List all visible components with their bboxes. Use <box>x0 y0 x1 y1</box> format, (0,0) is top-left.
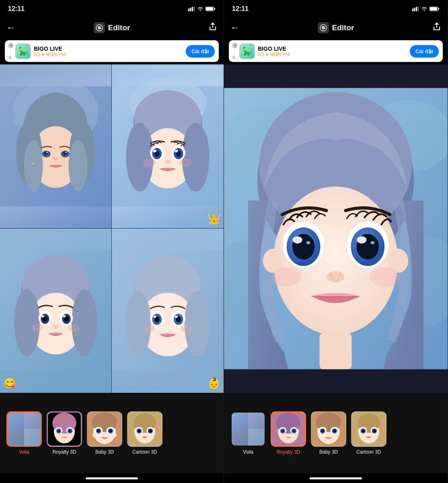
main-image-area-right <box>224 64 448 393</box>
left-panel: 12:11 ← <box>0 0 224 483</box>
status-icons-right <box>412 6 440 11</box>
svg-point-59 <box>32 324 44 332</box>
filter-label-royalty-left: Royalty 3D <box>53 449 76 455</box>
wifi-icon-left <box>197 6 203 11</box>
share-button-right[interactable] <box>432 22 441 33</box>
filter-label-cartoon-right: Cartoon 3D <box>356 449 381 455</box>
header-right: ← Editor <box>224 18 448 38</box>
ad-install-button-right[interactable]: Cài đặt <box>410 45 439 58</box>
ad-banner-right[interactable]: ℹ ✕ 🦕 BIGO LIVE 4.0 ★ MIỄN PHÍ Cài đặt <box>229 40 443 62</box>
face-original-svg <box>0 64 111 228</box>
filter-cartoon-left[interactable]: Cartoon 3D <box>127 411 162 455</box>
face-cartoon-top-svg <box>112 64 224 228</box>
svg-point-138 <box>271 267 302 287</box>
svg-rect-106 <box>412 8 413 11</box>
svg-rect-140 <box>320 333 352 369</box>
svg-rect-7 <box>214 8 215 10</box>
back-button-left[interactable]: ← <box>6 23 15 33</box>
filter-baby-left[interactable]: Baby 3D <box>87 411 122 455</box>
ad-title-left: BIGO LIVE <box>34 45 183 52</box>
svg-rect-107 <box>414 8 415 11</box>
svg-point-57 <box>63 315 66 317</box>
filter-thumb-baby-left[interactable] <box>87 411 122 447</box>
svg-point-131 <box>306 241 310 244</box>
svg-point-148 <box>281 429 284 432</box>
ad-close-right[interactable]: ✕ <box>232 55 236 60</box>
svg-point-139 <box>370 267 400 287</box>
face-large-svg <box>224 64 448 393</box>
filter-thumb-voila-right[interactable] <box>230 411 266 447</box>
svg-rect-0 <box>188 8 189 11</box>
home-bar-right <box>310 477 362 479</box>
filter-label-voila-left: Voila <box>19 449 29 455</box>
svg-point-96 <box>111 432 117 438</box>
ad-sub-left: 4.0 ★ MIỄN PHÍ <box>34 52 183 57</box>
svg-rect-3 <box>194 6 195 11</box>
home-bar-left <box>86 477 138 479</box>
filter-cartoon-right[interactable]: Cartoon 3D <box>351 411 386 455</box>
svg-point-166 <box>362 429 364 432</box>
svg-point-41 <box>164 160 171 164</box>
svg-point-85 <box>68 429 71 432</box>
back-button-right[interactable]: ← <box>230 23 239 33</box>
svg-point-58 <box>52 325 59 329</box>
ad-title-right: BIGO LIVE <box>258 45 407 52</box>
filter-thumb-cartoon-right[interactable] <box>351 411 386 447</box>
grid-cell-baby: 👶 <box>112 229 224 393</box>
home-indicator-left <box>0 473 224 483</box>
svg-point-73 <box>153 316 156 318</box>
ad-close-left[interactable]: ✕ <box>8 55 12 60</box>
header-left: ← Editor <box>0 18 224 38</box>
svg-rect-108 <box>416 7 417 11</box>
crown-emoji: 👑 <box>208 213 220 225</box>
status-icons-left <box>188 6 216 11</box>
grid-cell-cartoon-bottom-left: 😋 <box>0 229 112 393</box>
filter-thumb-baby-right[interactable] <box>311 411 346 447</box>
filter-label-royalty-right: Royalty 3D <box>277 449 300 455</box>
filter-royalty-right[interactable]: Royalty 3D <box>271 411 306 455</box>
filter-voila-left[interactable]: Voila <box>6 411 42 455</box>
svg-point-137 <box>327 271 345 283</box>
status-bar-left: 12:11 <box>0 0 224 18</box>
svg-point-116 <box>322 26 325 29</box>
svg-point-94 <box>109 429 112 432</box>
svg-point-49 <box>72 289 97 356</box>
svg-rect-109 <box>418 6 419 11</box>
bottom-toolbar-right: Voila <box>224 393 448 473</box>
filter-label-cartoon-left: Cartoon 3D <box>132 449 157 455</box>
svg-point-104 <box>138 429 140 432</box>
ad-text-left: BIGO LIVE 4.0 ★ MIỄN PHÍ <box>34 45 183 57</box>
svg-rect-6 <box>206 7 213 10</box>
svg-point-136 <box>370 241 374 244</box>
svg-point-93 <box>97 429 100 432</box>
svg-point-74 <box>175 316 178 318</box>
header-title-left: Editor <box>108 23 130 32</box>
ad-banner-left[interactable]: ℹ ✕ 🦕 BIGO LIVE 4.0 ★ MIỄN PHÍ Cài đặt <box>5 40 219 62</box>
filter-royalty-left[interactable]: Royalty 3D <box>47 411 82 455</box>
svg-point-65 <box>126 291 151 357</box>
filter-thumb-royalty-right[interactable] <box>271 411 306 447</box>
ad-install-button-left[interactable]: Cài đặt <box>186 45 215 58</box>
svg-point-130 <box>293 236 302 244</box>
svg-point-39 <box>153 150 157 152</box>
svg-point-60 <box>68 324 80 332</box>
filter-label-baby-right: Baby 3D <box>319 449 338 455</box>
status-time-left: 12:11 <box>8 5 25 12</box>
svg-point-75 <box>143 325 155 332</box>
filter-thumb-royalty-left[interactable] <box>47 411 82 447</box>
svg-rect-113 <box>438 8 439 10</box>
filter-voila-right[interactable]: Voila <box>230 411 266 455</box>
svg-point-105 <box>149 429 152 432</box>
svg-point-10 <box>98 26 101 29</box>
filter-thumb-cartoon-left[interactable] <box>127 411 162 447</box>
ad-sub-right: 4.0 ★ MIỄN PHÍ <box>258 52 407 57</box>
svg-point-40 <box>175 150 178 152</box>
filter-baby-right[interactable]: Baby 3D <box>311 411 346 455</box>
svg-point-76 <box>181 325 193 332</box>
ad-text-right: BIGO LIVE 4.0 ★ MIỄN PHÍ <box>258 45 407 57</box>
filter-scroll-right: Voila <box>224 411 448 455</box>
filter-thumb-voila-left[interactable] <box>6 411 42 447</box>
status-bar-right: 12:11 <box>224 0 448 18</box>
share-button-left[interactable] <box>208 22 217 33</box>
image-grid-left: 👑 <box>0 64 224 393</box>
